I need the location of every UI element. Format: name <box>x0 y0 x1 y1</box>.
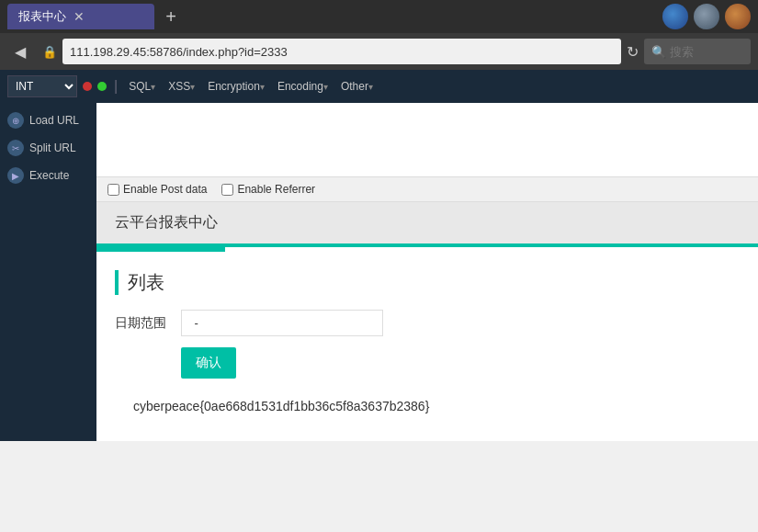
menu-other[interactable]: Other▾ <box>337 78 377 95</box>
checkboxes-bar: Enable Post data Enable Referrer <box>96 177 758 202</box>
browser-icon-2 <box>694 4 719 29</box>
new-tab-button[interactable]: + <box>158 4 184 29</box>
dot-green <box>97 82 107 91</box>
cyberpeace-text: cyberpeace{0ae668d1531df1bb36c5f8a3637b2… <box>115 390 740 423</box>
load-url-label: Load URL <box>29 114 79 127</box>
refresh-button[interactable]: ↻ <box>627 43 639 61</box>
execute-icon: ▶ <box>7 167 24 184</box>
confirm-button[interactable]: 确认 <box>181 347 236 379</box>
url-textarea[interactable] <box>104 110 751 165</box>
tab-close-btn[interactable]: ✕ <box>74 9 85 24</box>
url-input-area <box>96 103 758 177</box>
side-item-split-url[interactable]: ✂ Split URL <box>0 134 96 162</box>
browser-icon-1 <box>662 4 688 29</box>
page-content: 云平台报表中心 列表 日期范围 确认 cyberpeace{0ae668d153… <box>96 202 758 441</box>
content-area: ⊕ Load URL ✂ Split URL ▶ Execute Enable … <box>0 103 758 441</box>
enable-post-text: Enable Post data <box>123 183 207 196</box>
main-panel: Enable Post data Enable Referrer 云平台报表中心… <box>96 103 758 441</box>
sql-arrow: ▾ <box>151 82 155 92</box>
list-title: 列表 <box>115 270 740 295</box>
enable-post-checkbox[interactable] <box>107 184 119 196</box>
toolbar: INT STRING FLOAT | SQL▾ XSS▾ Encryption▾… <box>0 70 758 103</box>
tab-title: 报表中心 <box>18 8 66 25</box>
browser-icon-3 <box>725 4 751 29</box>
menu-encoding[interactable]: Encoding▾ <box>274 78 332 95</box>
encryption-arrow: ▾ <box>260 82 265 92</box>
enable-post-label[interactable]: Enable Post data <box>107 183 207 196</box>
search-input[interactable] <box>670 45 743 59</box>
side-item-load-url[interactable]: ⊕ Load URL <box>0 107 96 134</box>
page-header-title: 云平台报表中心 <box>115 213 740 232</box>
confirm-form-row: 确认 <box>115 347 740 379</box>
xss-arrow: ▾ <box>190 82 195 92</box>
menu-encryption[interactable]: Encryption▾ <box>204 78 268 95</box>
other-arrow: ▾ <box>368 82 373 92</box>
date-label: 日期范围 <box>115 315 170 332</box>
split-url-icon: ✂ <box>7 140 24 156</box>
enable-referrer-checkbox[interactable] <box>221 184 233 196</box>
search-icon: 🔍 <box>651 45 666 59</box>
enable-referrer-label[interactable]: Enable Referrer <box>221 183 315 196</box>
nav-bar: ◀ 🔒 ↻ 🔍 <box>0 33 758 70</box>
date-form-row: 日期范围 <box>115 310 740 336</box>
encoding-arrow: ▾ <box>323 82 328 92</box>
side-item-execute[interactable]: ▶ Execute <box>0 162 96 189</box>
type-dropdown[interactable]: INT STRING FLOAT <box>7 75 77 97</box>
browser-toolbar-icons <box>662 4 751 29</box>
menu-sql[interactable]: SQL▾ <box>125 78 159 95</box>
tab-bar: 报表中心 ✕ + <box>0 0 758 33</box>
split-url-label: Split URL <box>29 141 76 154</box>
search-box[interactable]: 🔍 <box>644 39 751 64</box>
load-url-icon: ⊕ <box>7 112 24 129</box>
separator: | <box>114 78 118 95</box>
list-section: 列表 日期范围 确认 cyberpeace{0ae668d1531df1bb36… <box>96 252 758 441</box>
execute-label: Execute <box>29 169 69 182</box>
enable-referrer-text: Enable Referrer <box>237 183 315 196</box>
dot-red <box>83 82 92 91</box>
side-panel: ⊕ Load URL ✂ Split URL ▶ Execute <box>0 103 96 441</box>
menu-xss[interactable]: XSS▾ <box>164 78 198 95</box>
url-input[interactable] <box>62 39 621 64</box>
lock-icon: 🔒 <box>42 45 57 59</box>
page-header: 云平台报表中心 <box>96 202 758 247</box>
date-range-input[interactable] <box>181 310 383 336</box>
active-tab[interactable]: 报表中心 ✕ <box>7 4 154 29</box>
browser-chrome: 报表中心 ✕ + ◀ 🔒 ↻ 🔍 <box>0 0 758 70</box>
back-button[interactable]: ◀ <box>7 39 33 64</box>
